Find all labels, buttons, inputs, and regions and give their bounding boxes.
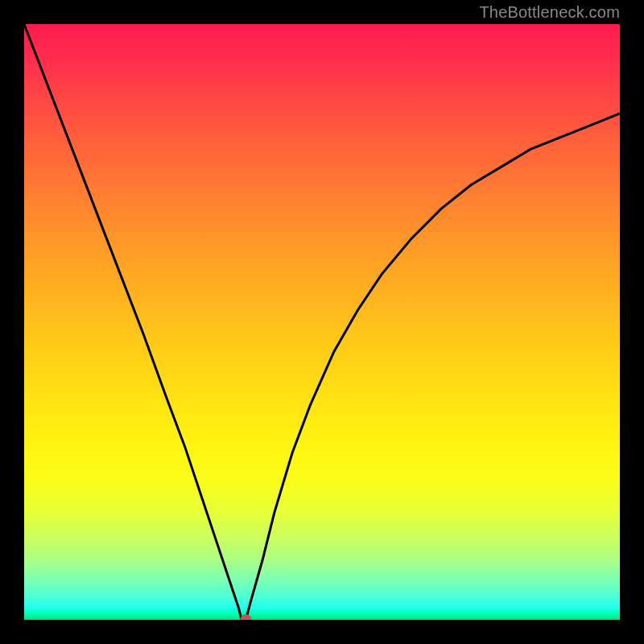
bottleneck-curve-path — [24, 24, 620, 620]
chart-svg — [24, 24, 620, 620]
optimal-point-marker — [240, 614, 251, 620]
chart-frame: TheBottleneck.com — [0, 0, 644, 644]
watermark-text: TheBottleneck.com — [479, 3, 620, 22]
plot-area — [24, 24, 620, 620]
